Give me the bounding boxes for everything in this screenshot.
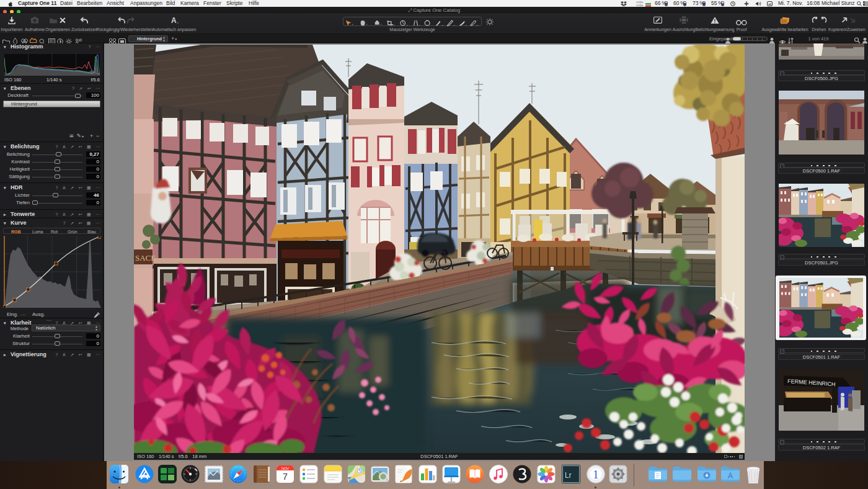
svg-text:NOV: NOV — [281, 467, 289, 470]
svg-text:SACE: SACE — [135, 253, 156, 262]
svg-text:7: 7 — [283, 471, 288, 482]
svg-text:Lr: Lr — [565, 471, 572, 480]
svg-text:1: 1 — [593, 469, 599, 481]
svg-text:A: A — [171, 16, 177, 24]
